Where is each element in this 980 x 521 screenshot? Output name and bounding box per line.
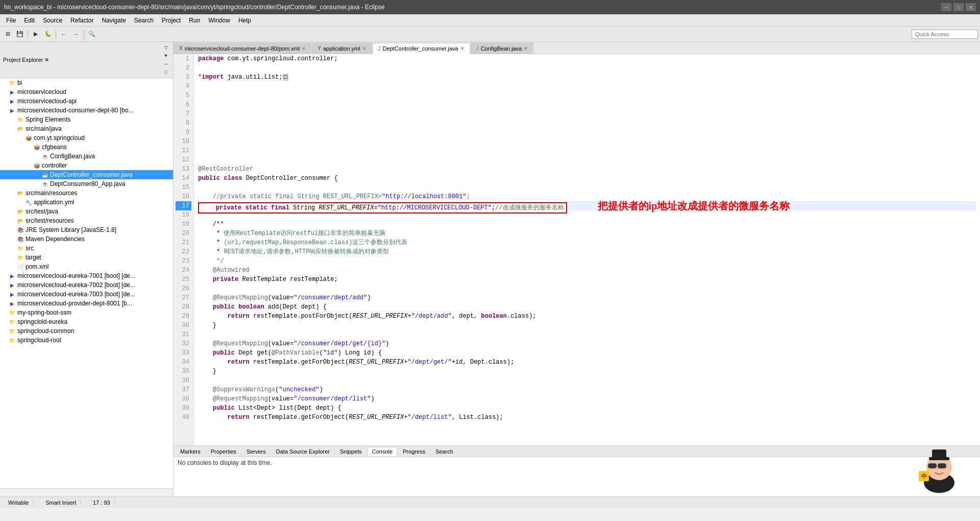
- explorer-min-button[interactable]: ─: [162, 60, 170, 68]
- code-line-11[interactable]: [198, 146, 976, 155]
- code-line-38[interactable]: @RequestMapping(value="/consumer/dept/li…: [198, 394, 976, 404]
- code-line-28[interactable]: public boolean add(Dept dept) {: [198, 302, 976, 312]
- tab-close-button[interactable]: ✕: [524, 46, 528, 51]
- code-line-27[interactable]: @RequestMapping(value="/consumer/dept/ad…: [198, 293, 976, 302]
- code-line-4[interactable]: [198, 82, 976, 91]
- code-line-39[interactable]: public List<Dept> list(Dept dept) {: [198, 404, 976, 413]
- menu-project[interactable]: Project: [158, 16, 185, 25]
- menu-refactor[interactable]: Refactor: [66, 16, 97, 25]
- explorer-scrollbar[interactable]: [0, 488, 173, 496]
- editor-tab-3[interactable]: JConfigBean.java✕: [471, 42, 534, 54]
- tree-item-12[interactable]: 📂src/main/resources: [0, 188, 173, 198]
- tree-item-28[interactable]: 📁springcloud-root: [0, 336, 173, 345]
- bottom-tab-1[interactable]: Properties: [206, 447, 241, 456]
- tree-item-26[interactable]: 📁springclold-eureka: [0, 317, 173, 326]
- tree-item-10[interactable]: ☕DeptController_consumer.java: [0, 170, 173, 179]
- save-button[interactable]: 💾: [14, 29, 26, 40]
- bottom-tab-5[interactable]: Console: [368, 447, 397, 456]
- tree-item-20[interactable]: 📄pom.xml: [0, 262, 173, 271]
- code-line-18[interactable]: [198, 210, 976, 220]
- code-line-7[interactable]: [198, 109, 976, 119]
- code-line-32[interactable]: @RequestMapping(value="/consumer/dept/ge…: [198, 339, 976, 348]
- bottom-tab-0[interactable]: Markers: [176, 447, 205, 456]
- bottom-tab-2[interactable]: Servers: [242, 447, 271, 456]
- code-line-22[interactable]: * REST请求地址,请求参数,HTTP响应转换被转换成的对象类型: [198, 247, 976, 256]
- bottom-tab-4[interactable]: Snippets: [335, 447, 366, 456]
- tree-item-4[interactable]: 📁Spring Elements: [0, 115, 173, 124]
- tree-item-6[interactable]: 📦com.yt.springcloud: [0, 133, 173, 143]
- quick-access-input[interactable]: [912, 30, 978, 39]
- bottom-tab-7[interactable]: Search: [431, 447, 458, 456]
- close-button[interactable]: ✕: [966, 3, 976, 11]
- code-line-12[interactable]: [198, 155, 976, 164]
- minimize-button[interactable]: ─: [941, 3, 951, 11]
- tree-item-7[interactable]: 📦cfgbeans: [0, 143, 173, 152]
- tab-close-button[interactable]: ✕: [302, 46, 306, 51]
- menu-edit[interactable]: Edit: [20, 16, 39, 25]
- editor-tab-0[interactable]: Xmicroservicecloud-consumer-dept-80/pom.…: [174, 42, 311, 54]
- explorer-collapse-button[interactable]: ▽: [162, 43, 170, 52]
- code-line-9[interactable]: [198, 128, 976, 137]
- code-line-8[interactable]: [198, 119, 976, 128]
- code-line-26[interactable]: [198, 284, 976, 293]
- back-button[interactable]: ←: [58, 29, 69, 40]
- forward-button[interactable]: →: [70, 29, 82, 40]
- menu-help[interactable]: Help: [234, 16, 255, 25]
- explorer-menu-button[interactable]: ▼: [162, 52, 170, 60]
- tree-item-0[interactable]: 📁bi: [0, 78, 173, 87]
- code-line-25[interactable]: private RestTemplate restTemplate;: [198, 275, 976, 284]
- tab-close-button[interactable]: ✕: [362, 46, 366, 51]
- code-line-20[interactable]: * 使用RestTemplate访问restful接口非常的简单粗暴无脑: [198, 229, 976, 238]
- code-line-14[interactable]: public class DeptController_consumer {: [198, 174, 976, 183]
- code-line-13[interactable]: @RestController: [198, 164, 976, 174]
- menu-file[interactable]: File: [2, 16, 20, 25]
- code-content[interactable]: package com.yt.springcloud.controller;*i…: [194, 54, 980, 445]
- code-line-29[interactable]: return restTemplate.postForObject(REST_U…: [198, 312, 976, 321]
- tree-item-22[interactable]: ▶microservicecloud-eureka-7002 [boot] [d…: [0, 280, 173, 290]
- tree-item-5[interactable]: 📂src/main/java: [0, 124, 173, 133]
- bottom-tab-6[interactable]: Progress: [398, 447, 430, 456]
- tree-item-13[interactable]: 🔧application.yml: [0, 198, 173, 207]
- tree-item-16[interactable]: 📚JRE System Library [JavaSE-1.8]: [0, 225, 173, 234]
- menu-search[interactable]: Search: [130, 16, 158, 25]
- code-line-19[interactable]: /**: [198, 220, 976, 229]
- tree-item-18[interactable]: 📁src: [0, 244, 173, 253]
- code-line-16[interactable]: //private static final String REST_URL_P…: [198, 192, 976, 201]
- tree-item-2[interactable]: ▶microservicecloud-api: [0, 97, 173, 106]
- tree-item-21[interactable]: ▶microservicecloud-eureka-7001 [boot] [d…: [0, 271, 173, 280]
- menu-run[interactable]: Run: [185, 16, 204, 25]
- tree-item-9[interactable]: 📦controller: [0, 161, 173, 170]
- tree-item-25[interactable]: 📁my-spring-boot-ssm: [0, 308, 173, 317]
- code-line-34[interactable]: return restTemplate.getForObject(REST_UR…: [198, 358, 976, 367]
- code-line-1[interactable]: package com.yt.springcloud.controller;: [198, 54, 976, 63]
- code-line-35[interactable]: }: [198, 367, 976, 376]
- tree-item-19[interactable]: 📁target: [0, 253, 173, 262]
- tree-item-17[interactable]: 📚Maven Dependencies: [0, 234, 173, 244]
- tree-item-15[interactable]: 📂src/test/resources: [0, 216, 173, 225]
- tree-item-1[interactable]: ▶microservicecloud: [0, 87, 173, 97]
- menu-navigate[interactable]: Navigate: [97, 16, 130, 25]
- debug-button[interactable]: 🐛: [42, 29, 54, 40]
- tree-item-24[interactable]: ▶microservicecloud-provider-dept-8001 [b…: [0, 299, 173, 308]
- tree-item-14[interactable]: 📂src/test/java: [0, 207, 173, 216]
- code-line-5[interactable]: [198, 91, 976, 100]
- new-button[interactable]: ⊞: [2, 29, 13, 40]
- code-line-33[interactable]: public Dept get(@PathVariable("id") Long…: [198, 348, 976, 358]
- code-line-36[interactable]: [198, 376, 976, 385]
- code-line-3[interactable]: *import java.util.List;□: [198, 73, 976, 82]
- code-line-23[interactable]: */: [198, 256, 976, 266]
- code-line-17[interactable]: private static final String REST_URL_PRE…: [198, 201, 976, 210]
- editor-tab-2[interactable]: JDeptController_consumer.java✕: [373, 43, 470, 54]
- code-line-31[interactable]: [198, 330, 976, 339]
- menu-source[interactable]: Source: [39, 16, 66, 25]
- code-line-37[interactable]: @SuppressWarnings("unchecked"): [198, 385, 976, 394]
- code-line-10[interactable]: [198, 137, 976, 146]
- code-line-2[interactable]: [198, 63, 976, 73]
- run-button[interactable]: ▶: [30, 29, 41, 40]
- search-button[interactable]: 🔍: [86, 29, 97, 40]
- maximize-button[interactable]: □: [953, 3, 964, 11]
- tree-item-11[interactable]: ☕DeptConsumer80_App.java: [0, 179, 173, 188]
- code-line-30[interactable]: }: [198, 321, 976, 330]
- code-line-21[interactable]: * (url,requestMap,ResponseBean.class)这三个…: [198, 238, 976, 247]
- explorer-max-button[interactable]: □: [162, 68, 170, 76]
